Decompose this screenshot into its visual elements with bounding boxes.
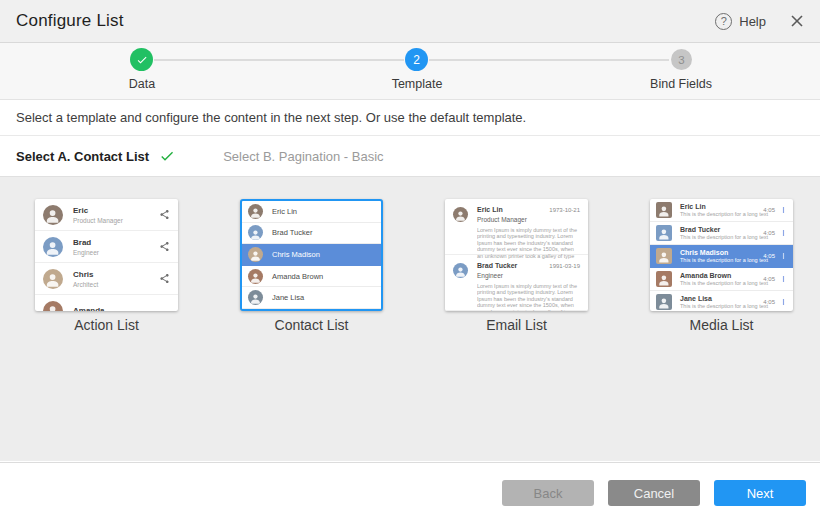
list-item-selected: Chris MadisonThis is the description for… (650, 245, 793, 268)
step-data-label[interactable]: Data (129, 77, 155, 91)
template-card-media-list[interactable]: Eric LinThis is the description for a lo… (650, 199, 793, 333)
contact-name: Chris (73, 270, 98, 279)
template-card-contact-list[interactable]: Eric Lin Brad Tucker Chris Madison Amand… (240, 199, 383, 333)
titlebar-actions: ? Help (715, 13, 804, 30)
contact-name: Chris Madison (680, 249, 763, 256)
media-description: This is the description for a long text (680, 211, 763, 217)
template-card-email-list[interactable]: Eric Lin 1973-10-21 Product Manager Lore… (445, 199, 588, 333)
contact-name: Jane Lisa (680, 295, 763, 302)
avatar (248, 204, 263, 219)
share-icon (159, 241, 170, 252)
help-icon[interactable]: ? (715, 13, 732, 30)
select-b-tab[interactable]: Select B. Pagination - Basic (223, 149, 383, 164)
contact-name: Amanda Brown (680, 272, 763, 279)
media-description: This is the description for a long text (680, 303, 763, 309)
kebab-menu-icon (780, 205, 787, 215)
template-label: Media List (650, 317, 793, 333)
email-date: 1991-03-19 (549, 263, 580, 269)
avatar (248, 225, 263, 240)
avatar (248, 247, 263, 262)
contact-role: Product Manager (477, 216, 580, 223)
template-card-action-list[interactable]: EricProduct Manager BradEngineer ChrisAr… (35, 199, 178, 333)
avatar (43, 269, 63, 289)
template-label: Email List (445, 317, 588, 333)
check-icon (159, 148, 175, 164)
avatar (656, 248, 672, 264)
contact-name: Eric Lin (477, 206, 503, 213)
list-item: Amanda BrownThis is the description for … (650, 268, 793, 291)
cancel-button[interactable]: Cancel (608, 480, 700, 506)
avatar (453, 207, 468, 222)
contact-name: Brad Tucker (680, 226, 763, 233)
media-description: This is the description for a long text (680, 280, 763, 286)
list-item: ChrisArchitect (35, 263, 178, 295)
contact-name: Brad (73, 238, 99, 247)
avatar (656, 271, 672, 287)
contact-name: Amanda (73, 306, 105, 311)
list-item: Jane LisaThis is the description for a l… (650, 291, 793, 311)
media-description: This is the description for a long text (680, 234, 763, 240)
step-data-circle[interactable] (130, 48, 153, 71)
template-label: Contact List (240, 317, 383, 333)
avatar (43, 301, 63, 312)
avatar (453, 263, 468, 278)
step-template-circle[interactable]: 2 (405, 48, 428, 71)
avatar (656, 202, 672, 218)
contact-name: Brad Tucker (272, 228, 312, 237)
selection-row: Select A. Contact List Select B. Paginat… (0, 136, 820, 177)
step-bind-fields-circle[interactable]: 3 (671, 49, 692, 70)
contact-role: Engineer (477, 272, 580, 279)
template-label: Action List (35, 317, 178, 333)
contact-name: Eric Lin (272, 207, 297, 216)
select-a-tab[interactable]: Select A. Contact List (16, 149, 149, 164)
list-item: BradEngineer (35, 231, 178, 263)
titlebar: Configure List ? Help (0, 0, 820, 43)
list-item: Eric Lin (242, 201, 381, 223)
next-button[interactable]: Next (714, 480, 806, 506)
list-item-selected: Chris Madison (242, 244, 381, 266)
list-item: Brad Tucker 1991-03-19 Engineer Lorem Ip… (445, 255, 588, 311)
contact-role: Product Manager (73, 217, 123, 224)
contact-name: Amanda Brown (272, 272, 323, 281)
template-gallery: EricProduct Manager BradEngineer ChrisAr… (0, 177, 820, 461)
avatar (248, 269, 263, 284)
list-item: Brad TuckerThis is the description for a… (650, 222, 793, 245)
contact-role: Engineer (73, 249, 99, 256)
check-icon (136, 54, 148, 66)
media-time: 4:05 (763, 230, 775, 236)
list-item: Eric Lin 1973-10-21 Product Manager Lore… (445, 199, 588, 255)
media-time: 4:05 (763, 253, 775, 259)
avatar (656, 294, 672, 310)
configure-list-dialog: Configure List ? Help Data 2 Template 3 … (0, 0, 820, 523)
contact-name: Jane Lisa (272, 293, 304, 302)
kebab-menu-icon (780, 274, 787, 284)
kebab-menu-icon (780, 297, 787, 307)
media-time: 4:05 (763, 207, 775, 213)
email-body: Lorem Ipsum is simply dummy text of the … (477, 227, 580, 260)
kebab-menu-icon (780, 228, 787, 238)
wizard-stepper: Data 2 Template 3 Bind Fields (0, 43, 820, 100)
help-button[interactable]: Help (739, 14, 766, 29)
media-time: 4:05 (763, 276, 775, 282)
close-icon[interactable] (790, 14, 804, 28)
list-item: Amanda Brown (242, 266, 381, 288)
contact-role: Architect (73, 281, 98, 288)
contact-name: Chris Madison (272, 250, 320, 259)
media-description: This is the description for a long text (680, 257, 763, 263)
step-bind-fields-label[interactable]: Bind Fields (650, 77, 712, 91)
back-button[interactable]: Back (502, 480, 594, 506)
media-list-preview: Eric LinThis is the description for a lo… (650, 199, 793, 311)
email-body: Lorem Ipsum is simply dummy text of the … (477, 283, 580, 312)
list-item: Jane Lisa (242, 287, 381, 309)
list-item: Brad Tucker (242, 223, 381, 245)
share-icon (159, 273, 170, 284)
list-item: EricProduct Manager (35, 199, 178, 231)
step-template-label[interactable]: Template (392, 77, 443, 91)
page-title: Configure List (16, 11, 124, 31)
media-time: 4:05 (763, 299, 775, 305)
contact-name: Eric (73, 206, 123, 215)
email-date: 1973-10-21 (549, 207, 580, 213)
footer: Back Cancel Next (0, 462, 820, 523)
avatar (43, 237, 63, 257)
stepper-connector (429, 59, 669, 61)
